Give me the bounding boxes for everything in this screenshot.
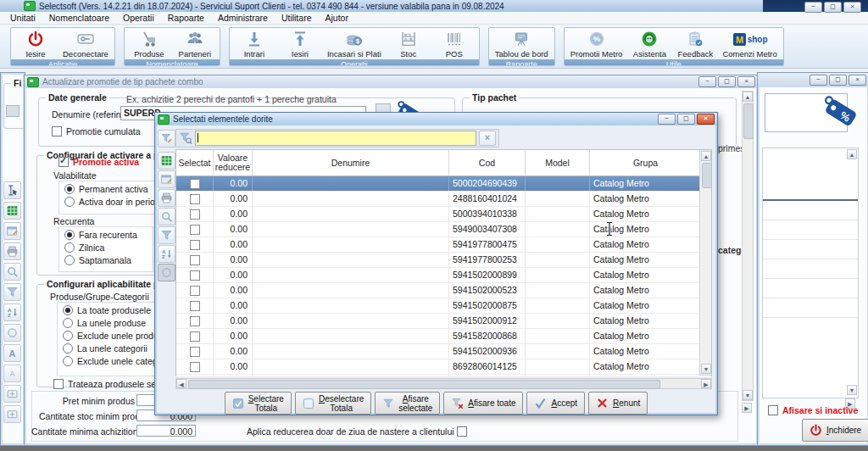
row-select-checkbox[interactable] bbox=[176, 314, 214, 328]
right-window-restore-button[interactable]: ◻ bbox=[829, 75, 847, 86]
row-select-checkbox[interactable] bbox=[176, 283, 214, 298]
feedback-button[interactable]: Feedback bbox=[674, 29, 716, 58]
row-select-checkbox[interactable] bbox=[176, 222, 214, 237]
dialog-close-button[interactable]: × bbox=[737, 76, 755, 87]
scroll-up-arrow[interactable]: ▲ bbox=[743, 92, 753, 102]
row-select-checkbox[interactable] bbox=[176, 298, 214, 313]
clear-search-icon[interactable]: × bbox=[479, 131, 496, 146]
dialog-minimize-button[interactable]: − bbox=[698, 76, 716, 87]
print-icon[interactable] bbox=[3, 242, 21, 260]
promotie-cumulata-checkbox[interactable]: Promotie cumulata bbox=[52, 126, 141, 136]
row-select-checkbox[interactable] bbox=[176, 176, 214, 191]
promotii-metro-button[interactable]: Promotii Metro bbox=[568, 29, 626, 58]
menu-item[interactable]: Utilitare bbox=[275, 13, 319, 23]
menu-item[interactable]: Ajutor bbox=[318, 13, 354, 23]
intrari-button[interactable]: Intrari bbox=[233, 29, 275, 58]
search-icon[interactable] bbox=[3, 263, 21, 281]
table-row[interactable]: 0.00 5000204690439 Catalog Metro bbox=[176, 176, 711, 192]
list-scroll-down-arrow[interactable]: ▼ bbox=[847, 385, 857, 395]
add-column-icon[interactable] bbox=[3, 385, 21, 403]
row-select-checkbox[interactable] bbox=[176, 329, 214, 343]
ziua-nastere-checkbox[interactable]: Aplica reducerea doar de ziua de nastere… bbox=[247, 426, 471, 437]
add-row-icon[interactable] bbox=[3, 405, 21, 423]
trateaza-checkbox[interactable]: Trateaza produsele selec bbox=[53, 379, 168, 389]
right-window-close-button[interactable]: × bbox=[849, 75, 866, 86]
row-select-checkbox[interactable] bbox=[176, 344, 214, 359]
parteneri-button[interactable]: Parteneri bbox=[174, 29, 216, 58]
column-grupa[interactable]: Grupa bbox=[590, 150, 701, 175]
app-restore-button[interactable]: ◻ bbox=[824, 2, 842, 13]
radio-saptamanala[interactable]: Saptamanala bbox=[64, 255, 147, 265]
table-row[interactable]: 0.00 5941502000523 Catalog Metro bbox=[176, 283, 711, 298]
table-row[interactable]: 0.00 5941502000936 Catalog Metro bbox=[176, 344, 711, 359]
filter-icon[interactable] bbox=[3, 283, 21, 301]
table-row[interactable]: 0.00 5941977800253 Catalog Metro bbox=[176, 253, 711, 268]
produse-button[interactable]: Produse bbox=[128, 29, 170, 58]
scroll-down-arrow[interactable]: ▼ bbox=[743, 390, 753, 400]
table-scroll-left-arrow[interactable]: ◀ bbox=[176, 379, 186, 388]
deconectare-button[interactable]: Deconectare bbox=[60, 29, 111, 58]
table-row[interactable]: 0.00 2488160401024 Catalog Metro bbox=[176, 192, 711, 207]
row-select-checkbox[interactable] bbox=[176, 359, 214, 374]
selectare-totala-button[interactable]: SelectareTotala bbox=[225, 392, 292, 415]
filter-icon[interactable] bbox=[158, 226, 175, 244]
refresh-circle-icon[interactable] bbox=[3, 324, 21, 342]
radio-zilnica[interactable]: Zilnica bbox=[64, 242, 147, 253]
table-row[interactable]: 0.00 8692806014125 Catalog Metro bbox=[176, 359, 711, 375]
table-row[interactable]: 0.00 5000394010338 Catalog Metro bbox=[176, 207, 711, 222]
incasari-plati-button[interactable]: Incasari si Plati bbox=[325, 29, 384, 58]
column-denumire[interactable]: Denumire bbox=[253, 150, 449, 175]
inchidere-button[interactable]: Inchidere bbox=[802, 419, 868, 442]
column-selectat[interactable]: Selectat bbox=[176, 150, 214, 175]
select-mode-icon[interactable] bbox=[3, 181, 21, 199]
row-select-checkbox[interactable] bbox=[176, 375, 214, 376]
table-horizontal-scrollbar[interactable]: ◀ ▶ bbox=[175, 378, 712, 389]
column-cod[interactable]: Cod bbox=[449, 150, 526, 175]
afisare-toate-button[interactable]: Afisare toate bbox=[443, 392, 523, 415]
table-row[interactable]: 0.00 5941582000868 Catalog Metro bbox=[176, 329, 711, 344]
row-select-checkbox[interactable] bbox=[176, 237, 214, 252]
search-input[interactable] bbox=[195, 131, 476, 146]
table-row[interactable]: 0.00 5941502000912 Catalog Metro bbox=[176, 314, 711, 329]
stoc-button[interactable]: Stoc bbox=[387, 29, 430, 58]
afisare-selectate-button[interactable]: Afisareselectate bbox=[375, 392, 440, 415]
modal-restore-button[interactable]: ◻ bbox=[677, 114, 695, 125]
column-valoare-reducere[interactable]: Valoarereducere bbox=[214, 150, 253, 175]
pos-button[interactable]: POS bbox=[433, 29, 476, 58]
menu-item[interactable]: Rapoarte bbox=[161, 13, 211, 23]
font-large-icon[interactable] bbox=[3, 344, 21, 362]
edit-icon[interactable] bbox=[3, 222, 21, 240]
accept-button[interactable]: Accept bbox=[526, 392, 585, 415]
filter-edit-icon[interactable] bbox=[158, 130, 175, 148]
menu-item[interactable]: Administrare bbox=[211, 13, 275, 23]
menu-item[interactable]: Operatii bbox=[116, 13, 161, 23]
table-vertical-scrollbar[interactable]: ▲ ▼ bbox=[699, 150, 711, 376]
print-icon[interactable] bbox=[158, 189, 175, 207]
sort-az-icon[interactable] bbox=[158, 245, 175, 263]
column-model[interactable]: Model bbox=[526, 150, 590, 175]
comenzi-metro-button[interactable]: shop Comenzi Metro bbox=[720, 29, 779, 58]
dialog-restore-button[interactable]: ◻ bbox=[718, 76, 736, 87]
afisare-inactive-checkbox[interactable]: Afisare si inactive bbox=[768, 405, 858, 415]
table-row[interactable]: 0.00 5948883045501 Catalog Metro bbox=[176, 375, 711, 376]
radio-permanent-activa[interactable]: Permanent activa bbox=[64, 184, 164, 194]
excel-export-icon[interactable] bbox=[3, 202, 21, 220]
app-minimize-button[interactable]: − bbox=[804, 2, 822, 13]
table-row[interactable]: 0.00 5941502000899 Catalog Metro bbox=[176, 268, 711, 283]
row-select-checkbox[interactable] bbox=[176, 253, 214, 267]
dialog-vertical-scrollbar[interactable]: ▲ ▼ bbox=[742, 91, 754, 401]
edit-icon[interactable] bbox=[158, 170, 175, 188]
excel-export-icon[interactable] bbox=[158, 152, 175, 170]
modal-minimize-button[interactable]: − bbox=[658, 114, 676, 125]
refresh-circle-icon[interactable] bbox=[158, 264, 175, 281]
app-close-button[interactable]: × bbox=[843, 2, 861, 13]
font-small-icon[interactable] bbox=[3, 365, 21, 382]
radio-activa-perioada[interactable]: Activa doar in perioada: bbox=[64, 197, 164, 207]
sort-az-icon[interactable] bbox=[3, 303, 21, 321]
right-window-minimize-button[interactable]: − bbox=[810, 75, 827, 86]
promotie-activa-checkbox[interactable]: Promotie activa bbox=[58, 157, 139, 167]
table-row[interactable]: 0.00 5941502000875 Catalog Metro bbox=[176, 298, 711, 314]
row-select-checkbox[interactable] bbox=[176, 192, 214, 206]
right-window-list[interactable] bbox=[762, 148, 859, 398]
table-scroll-up-arrow[interactable]: ▲ bbox=[701, 151, 711, 161]
